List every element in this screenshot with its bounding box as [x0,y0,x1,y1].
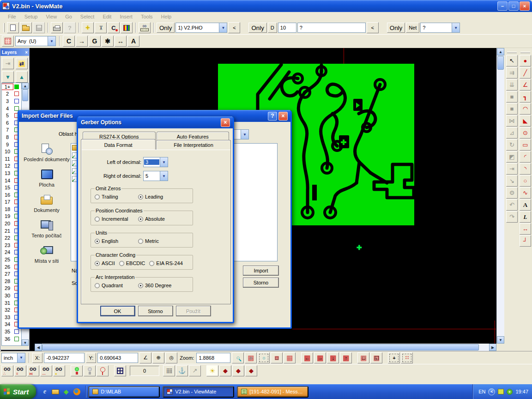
draw-text-button[interactable]: A [520,199,531,211]
vertical-scroll-thumb[interactable] [497,56,504,70]
new-file-button[interactable] [7,22,19,33]
draw-spline-button[interactable]: ∿ [520,187,531,199]
radio-eia-rs-244[interactable]: EIA RS-244 [149,260,182,266]
draw-corner-button[interactable]: ┓ [520,91,531,103]
grid-full-button[interactable] [284,352,296,363]
cancel-button[interactable]: Storno [243,278,279,288]
grid-dots-button[interactable]: ⣿⣿ [163,365,175,376]
tab-file-interpretation[interactable]: File Interpretation [156,140,231,150]
place-documents[interactable]: Dokumenty [24,194,70,213]
language-indicator[interactable]: EN [478,389,485,394]
radio-absolute[interactable]: Absolute [138,216,179,222]
draw-ellipse-button[interactable]: ○ [520,175,531,187]
draw-label-button[interactable]: L [520,211,531,223]
select-points-button[interactable]: ∷ [401,352,413,363]
clock[interactable]: 19:47 [515,389,528,394]
layer-row[interactable]: 3 [2,97,21,105]
book-icon[interactable]: ◆ [62,387,70,396]
menu-tools[interactable]: Tools [137,13,157,20]
radio-metric[interactable]: Metric [138,238,179,244]
firefox-icon[interactable] [73,387,81,396]
tab-auto-features[interactable]: Auto Features [157,132,230,141]
fill-tool-button[interactable]: ■ [506,91,518,103]
select-cursor-button[interactable]: ↖ [506,55,518,66]
place-desktop[interactable]: Plocha [24,169,70,187]
dcode-input[interactable]: 10 [278,23,296,33]
close-icon[interactable]: × [221,118,230,127]
menu-edit[interactable]: Edit [98,13,115,20]
layer-color-swatch[interactable] [14,85,19,89]
zoom-window-button[interactable]: ◱ [370,352,382,363]
grid-small-button[interactable]: □ [271,352,283,363]
scroll-left-icon[interactable]: ◀ [35,344,42,351]
ie-icon[interactable]: e [41,387,49,396]
send-to-layer-button[interactable]: ⇥ [2,58,14,69]
minimize-button[interactable]: – [497,1,508,11]
palette-grip[interactable] [507,52,517,53]
redo-tool-button[interactable]: ↷ [506,211,518,223]
pattern-select-button[interactable] [2,36,14,47]
start-button[interactable]: Start [0,384,36,399]
messenger-tray-icon[interactable] [498,389,504,394]
chevron-down-icon[interactable]: ▼ [452,23,459,32]
step-repeat-button[interactable]: ⇥ [506,163,518,175]
radio-ascii[interactable]: ASCII [95,260,115,266]
center-button[interactable]: ◎ [165,352,177,363]
origin-button[interactable]: ⊕ [152,352,164,363]
task-viewmate[interactable]: V2.bin - ViewMate [163,386,234,398]
block-tool-button[interactable]: ■ [506,103,518,115]
anchor-button[interactable]: ⚓ [176,365,188,376]
radio-360-degree[interactable]: 360 Degree [138,283,179,288]
help-icon[interactable]: ? [268,112,277,121]
toolbar-grip[interactable] [3,23,5,32]
pad-edit-button[interactable]: ◆ [232,365,244,376]
status-tray-icon[interactable] [507,389,513,395]
folder-icon[interactable] [51,387,60,396]
menu-help[interactable]: Help [157,13,176,20]
draw-curve-button[interactable]: ◜ [520,151,531,163]
zoom-out-window-button[interactable]: □ [357,352,369,363]
draw-rectangle-button[interactable]: ▭ [520,139,531,151]
chevron-down-icon[interactable]: ▼ [48,36,55,46]
place-recent-documents[interactable]: Poslední dokumenty [24,143,70,162]
layer-row[interactable]: 36 [2,335,21,343]
scroll-right-icon[interactable]: ▶ [489,344,496,351]
scroll-down-icon[interactable]: ▼ [497,336,504,344]
chevron-down-icon[interactable]: ▼ [17,353,25,363]
menu-insert[interactable]: Insert [115,13,137,20]
save-button[interactable] [33,22,45,33]
draw-corner2-button[interactable]: ┘ [520,235,531,247]
chevron-down-icon[interactable]: ▼ [219,23,227,32]
view-solid-glasses-button[interactable] [27,365,39,376]
draw-circle-button[interactable]: ⊙ [520,127,531,139]
angle-button[interactable]: ∠ [139,352,151,363]
cancel-button[interactable]: Storno [138,306,173,316]
task-mlab[interactable]: D:\MLAB [88,386,160,398]
print-button[interactable] [51,22,63,33]
import-button[interactable]: Import [243,266,279,276]
restore-button[interactable]: □ [508,1,519,11]
clearance-tool-button[interactable] [108,22,120,33]
view-sketch-glasses-button[interactable] [53,365,65,376]
layers-panel-titlebar[interactable]: Layers × [0,48,29,56]
layer-color-swatch[interactable] [14,106,19,111]
task-messenger[interactable]: [191-482-091] - Mess… [237,386,308,398]
menu-file[interactable]: File [4,13,20,20]
only-dcode-button[interactable]: Only [248,23,266,33]
tab-data-format[interactable]: Data Format [81,139,156,150]
close-icon[interactable]: × [278,112,288,121]
view-lines-glasses-button[interactable] [14,365,26,376]
ok-button[interactable]: OK [100,306,135,316]
layers-scroll-thumb[interactable] [22,89,28,101]
select-next-button[interactable]: → [76,36,88,47]
layer-up-button[interactable]: ▲ [16,71,28,83]
draw-pad-button[interactable]: ● [520,55,531,66]
rotate-tool-button[interactable]: ↻ [506,139,518,151]
select-trace-button[interactable]: ↔ [115,36,127,47]
stretch-tool-button[interactable]: ↘ [506,175,518,187]
probe-button[interactable] [97,365,109,376]
colors-tool-button[interactable] [121,22,133,33]
previous-layer-button[interactable]: < [228,22,240,33]
pan-down-button[interactable]: ↓ [327,352,339,363]
gerber-dialog-titlebar[interactable]: Gerber Options × [78,116,233,128]
